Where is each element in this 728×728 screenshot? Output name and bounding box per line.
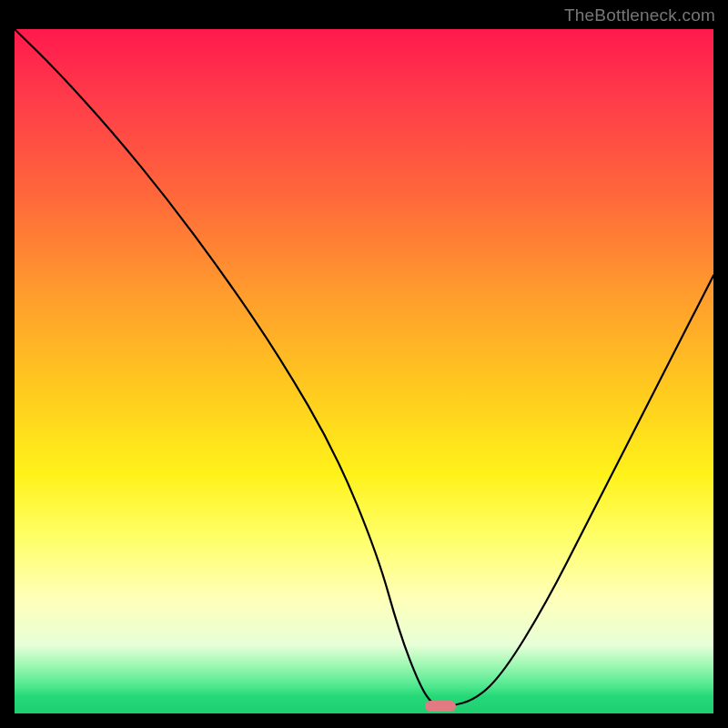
attribution-text: TheBottleneck.com	[564, 5, 715, 25]
bottleneck-curve	[15, 29, 713, 713]
plot-area	[15, 29, 713, 713]
optimal-point-marker	[425, 701, 456, 712]
chart-stage: TheBottleneck.com	[0, 0, 728, 728]
